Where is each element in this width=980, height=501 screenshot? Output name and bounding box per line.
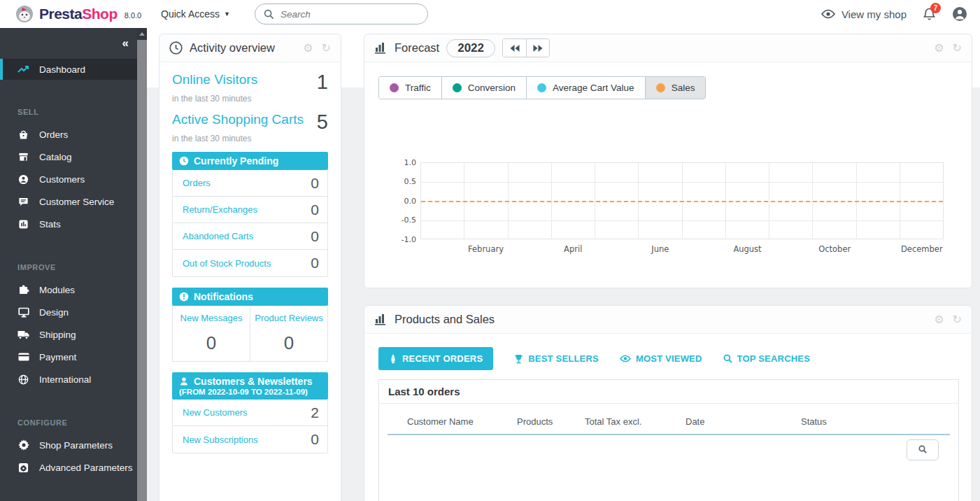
orders-count: 0 <box>311 175 319 192</box>
conversion-dot-icon <box>453 83 462 92</box>
sidebar-item-dashboard[interactable]: Dashboard <box>0 59 147 80</box>
panel-refresh-icon[interactable]: ↻ <box>322 41 331 55</box>
sidebar-item-payment[interactable]: Payment <box>0 346 147 368</box>
x-tick: October <box>818 244 851 254</box>
previous-year-button[interactable] <box>503 39 526 57</box>
product-reviews-cell: Product Reviews 0 <box>250 306 327 361</box>
notification-count-badge: 7 <box>930 3 941 13</box>
orders-link[interactable]: Orders <box>183 178 211 188</box>
out-of-stock-link[interactable]: Out of Stock Products <box>183 258 271 269</box>
new-customers-link[interactable]: New Customers <box>183 407 247 418</box>
tab-best-sellers[interactable]: BEST SELLERS <box>514 353 599 364</box>
quick-access-dropdown[interactable]: Quick Access ▼ <box>161 8 230 20</box>
x-tick: August <box>733 244 761 254</box>
sidebar-nav: « Dashboard SELL Orders Catalog Customer… <box>0 28 147 501</box>
prestashop-mascot-icon <box>15 5 34 23</box>
sidebar-item-orders[interactable]: Orders <box>0 123 147 146</box>
new-messages-cell: New Messages 0 <box>173 306 250 361</box>
new-messages-link[interactable]: New Messages <box>180 313 243 323</box>
sidebar-item-advanced-parameters[interactable]: Advanced Parameters <box>0 456 147 479</box>
currently-pending-header: Currently Pending <box>172 152 328 170</box>
scrollbar-up-button[interactable] <box>137 28 147 40</box>
notifications-bell[interactable]: 7 <box>923 8 935 21</box>
online-visitors-link[interactable]: Online Visitors <box>172 72 257 87</box>
sidebar-item-customers[interactable]: Customers <box>0 168 147 190</box>
panel-refresh-icon[interactable]: ↻ <box>953 313 962 326</box>
y-tick: 0.0 <box>392 197 416 206</box>
sidebar-item-shop-parameters[interactable]: Shop Parameters <box>0 434 147 456</box>
tab-top-searches[interactable]: TOP SEARCHES <box>723 353 811 364</box>
panel-refresh-icon[interactable]: ↻ <box>953 41 962 55</box>
online-visitors-subtitle: in the last 30 minutes <box>172 94 328 104</box>
sidebar-scrollbar[interactable] <box>137 28 147 501</box>
y-tick: -1.0 <box>392 235 416 244</box>
top-header: PrestaShop 8.0.0 Quick Access ▼ View my … <box>0 0 980 28</box>
sidebar-item-label: Advanced Parameters <box>39 463 133 473</box>
prestashop-logo[interactable]: PrestaShop 8.0.0 <box>0 5 157 23</box>
sidebar-collapse-button[interactable]: « <box>122 36 127 50</box>
product-reviews-link[interactable]: Product Reviews <box>255 313 323 323</box>
abandoned-carts-link[interactable]: Abandoned Carts <box>183 231 253 241</box>
returns-link[interactable]: Return/Exchanges <box>183 204 257 215</box>
order-row <box>379 435 958 460</box>
column-products: Products <box>517 416 585 427</box>
puzzle-icon <box>17 284 29 295</box>
version-label: 8.0.0 <box>125 11 141 20</box>
panel-settings-icon[interactable]: ⚙ <box>934 41 944 55</box>
gear-icon <box>17 439 29 451</box>
x-tick: June <box>651 244 669 254</box>
sidebar-item-stats[interactable]: Stats <box>0 213 147 235</box>
tab-sales[interactable]: Sales <box>645 77 706 99</box>
view-my-shop-label: View my shop <box>841 8 907 20</box>
customers-date-range: (FROM 2022-10-09 TO 2022-11-09) <box>179 388 321 396</box>
chat-bubble-icon <box>17 197 29 207</box>
tab-acv-label: Average Cart Value <box>553 83 634 93</box>
tab-conversion[interactable]: Conversion <box>441 77 526 99</box>
search-icon <box>723 354 732 363</box>
monitor-icon <box>17 307 29 318</box>
sales-series-line <box>421 201 943 202</box>
sidebar-section-sell: SELL <box>0 95 147 123</box>
sidebar-item-international[interactable]: International <box>0 368 147 390</box>
tab-most-viewed[interactable]: MOST VIEWED <box>620 353 702 364</box>
sidebar-item-label: Stats <box>39 219 61 230</box>
tab-most-viewed-label: MOST VIEWED <box>636 353 702 364</box>
tab-traffic[interactable]: Traffic <box>379 77 441 99</box>
next-year-button[interactable] <box>526 39 549 57</box>
search-input[interactable] <box>280 9 406 20</box>
active-carts-subtitle: in the last 30 minutes <box>172 134 328 143</box>
sidebar-item-catalog[interactable]: Catalog <box>0 146 147 168</box>
sidebar-item-design[interactable]: Design <box>0 301 147 323</box>
new-subscriptions-link[interactable]: New Subscriptions <box>183 435 258 445</box>
global-search[interactable] <box>255 3 428 24</box>
tab-recent-orders[interactable]: RECENT ORDERS <box>378 347 493 370</box>
globe-icon <box>17 374 29 385</box>
sidebar-item-label: Catalog <box>39 152 72 162</box>
brand-wordmark: PrestaShop <box>39 6 118 22</box>
panel-settings-icon[interactable]: ⚙ <box>303 41 313 55</box>
trending-up-icon <box>17 65 29 73</box>
person-icon <box>179 376 189 386</box>
sidebar-item-modules[interactable]: Modules <box>0 278 147 301</box>
notifications-header: Notifications <box>172 288 328 306</box>
sidebar-item-customer-service[interactable]: Customer Service <box>0 190 147 213</box>
forecast-year: 2022 <box>446 39 495 57</box>
products-sales-panel: Products and Sales ⚙ ↻ RECENT ORDERS BES… <box>364 305 972 501</box>
notifications-box: New Messages 0 Product Reviews 0 <box>172 306 328 362</box>
tab-traffic-label: Traffic <box>405 83 431 93</box>
view-my-shop-link[interactable]: View my shop <box>821 8 907 20</box>
products-sales-tabs: RECENT ORDERS BEST SELLERS MOST VIEWED T… <box>378 347 810 370</box>
sidebar-item-label: Modules <box>39 285 75 295</box>
order-details-button[interactable] <box>907 439 939 460</box>
user-avatar[interactable] <box>952 6 967 22</box>
pending-rows: Orders 0 Return/Exchanges 0 Abandoned Ca… <box>172 170 328 277</box>
active-carts-link[interactable]: Active Shopping Carts <box>172 112 304 127</box>
last-orders-title: Last 10 orders <box>379 380 958 404</box>
products-sales-title: Products and Sales <box>395 313 495 326</box>
sidebar-item-shipping[interactable]: Shipping <box>0 323 147 346</box>
panel-settings-icon[interactable]: ⚙ <box>934 313 944 326</box>
tab-average-cart-value[interactable]: Average Cart Value <box>526 77 645 99</box>
y-tick: -0.5 <box>392 216 416 225</box>
new-messages-count: 0 <box>173 332 250 354</box>
traffic-dot-icon <box>390 83 399 92</box>
